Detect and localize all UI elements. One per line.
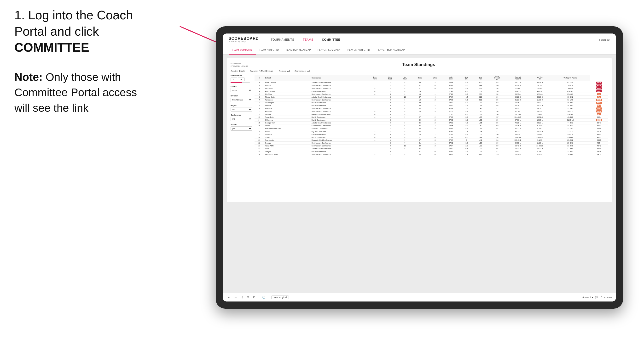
table-cell: -2.9 [460,124,473,127]
table-cell: 276.9 [443,107,460,110]
table-cell: 10-23-0 [529,147,551,150]
sub-nav-player-summary[interactable]: PLAYER SUMMARY [314,46,344,55]
table-cell: 1 [382,139,398,142]
sub-nav-player-h2h-heatmap[interactable]: PLAYER H2H HEATMAP [374,46,408,55]
table-cell: 271 [487,150,507,153]
table-row: 3VanderbiltSoutheastern Conference–28276… [254,87,608,90]
table-cell: 97-01-1 [507,119,529,122]
toolbar-expand[interactable]: ⛶ [600,296,602,299]
table-cell: 1 [382,127,398,130]
table-cell: 49.13 [590,153,608,156]
toolbar-comment[interactable]: 💬 [595,296,598,299]
table-row: 18IllinoisBig Ten Conference–18231279.1-… [254,130,608,133]
toolbar-watch[interactable]: 👁 Watch ▾ [582,296,593,299]
region-label: Region: [279,70,286,72]
nav-item-teams[interactable]: TEAMS [299,33,318,46]
sub-nav-team-h2h-heatmap[interactable]: TEAM H2H HEATMAP [282,46,314,55]
table-cell: 3 [428,110,443,113]
toolbar-back[interactable]: ◁ [239,295,244,300]
table-cell: 266 [487,142,507,145]
table-cell: -3.5 [460,119,473,122]
table-cell: 33-38-4 [551,136,590,139]
table-cell: 96-29-2 [507,96,529,99]
gender-value: Men's [240,70,245,72]
update-time: Update time: 27/03/2024 16:56:26 [230,62,248,67]
table-cell: 90-33-2 [507,147,529,150]
sub-nav-team-h2h-grid[interactable]: TEAM H2H GRID [256,46,282,55]
nav-item-committee[interactable]: COMMITTEE [318,33,345,46]
table-cell: Arizona State [264,90,310,93]
table-cell: – [367,153,382,156]
school-select[interactable]: (All) [230,126,252,131]
table-cell: -1.8 [460,153,473,156]
toolbar-share[interactable]: ↗ Share [604,296,612,299]
table-cell: 275.7 [443,96,460,99]
table-cell: Southeastern Conference [310,124,367,127]
table-cell: 5 [382,107,398,110]
table-cell: 19 [254,133,264,136]
table-row: 26Mississippi StateSoutheastern Conferen… [254,153,608,156]
conference-select[interactable]: (All) [230,117,252,121]
table-cell: 14 [254,119,264,122]
table-cell: 6 [382,110,398,113]
table-cell: 60.94 [590,107,608,110]
table-cell: 8 [428,136,443,139]
toolbar-view-button[interactable]: View: Original [271,296,289,299]
table-cell: 23 [412,130,428,133]
table-cell: 1 [382,116,398,119]
table-cell: Big Ten Conference [310,130,367,133]
table-row: 7TennesseeSoutheastern Conference–461822… [254,99,608,101]
table-cell: -2.8 [460,145,473,147]
table-cell: 275.9 [443,99,460,101]
col-overall-record: OverallRecord [507,75,529,81]
gender-select[interactable]: Men's Women's [230,88,252,92]
toolbar-paste[interactable]: ⊡ [252,295,256,300]
table-cell: 42-16-0 [529,81,551,84]
table-cell: 88-17-0 [507,81,529,84]
table-cell: 83-15-0 [507,113,529,116]
table-cell: – [367,133,382,136]
region-select[interactable]: N/A [230,107,252,112]
table-cell: 1.21 [473,150,487,153]
table-cell: Alabama [264,107,310,110]
table-cell: 10 [398,96,412,99]
table-row: 11ArkansasSoutheastern Conference–682332… [254,110,608,113]
table-cell: 59.94 [590,116,608,119]
table-cell: – [367,130,382,133]
step-number: 1. [14,8,25,22]
table-cell: 21 [412,113,428,116]
table-cell: 6 [428,84,443,87]
toolbar-redo[interactable]: ↪ [233,295,238,300]
conference-value: All [307,70,310,72]
table-cell: 27 [412,116,428,119]
toolbar-undo[interactable]: ↩ [227,295,232,300]
table-cell: 260 [487,84,507,87]
conference-label: Conference: [294,70,306,72]
table-cell: Atlantic Coast Conference [310,113,367,116]
min-rounds-input1[interactable] [230,78,237,81]
min-rounds-input2[interactable] [238,78,245,81]
division-select[interactable]: NCAA Division I NCAA Division II NCAA Di… [230,98,252,102]
toolbar-divider [259,295,259,300]
sign-out-link[interactable]: | Sign out [599,38,610,41]
toolbar-copy[interactable]: ⊞ [246,295,250,300]
sub-nav: TEAM SUMMARY TEAM H2H GRID TEAM H2H HEAT… [223,46,616,55]
sub-nav-player-h2h-grid[interactable]: PLAYER H2H GRID [344,46,374,55]
col-vs-top25: Vs Top25 [529,75,551,81]
table-cell: 277.5 [443,124,460,127]
division-filter-display: Division: NCAA Division I [250,70,274,72]
table-cell: 280.7 [443,153,460,156]
table-cell: 29-25-2 [551,139,590,142]
min-rounds-filter: Minimum Ro... [230,75,252,83]
toolbar-clock[interactable]: 🕐 [262,295,266,300]
col-reg-rank: RegRank [367,75,382,81]
table-cell: 16 [254,124,264,127]
conference-filter: Conference (All) [230,114,252,121]
nav-item-tournaments[interactable]: TOURNAMENTS [266,33,299,46]
table-cell: 217 [487,107,507,110]
table-cell: – [367,142,382,145]
table-row: 9ArizonaPac-12 Conference–38234276.3-4.6… [254,104,608,107]
sub-nav-team-summary[interactable]: TEAM SUMMARY [229,46,256,55]
table-cell: Washington [264,101,310,104]
table-cell: 15-32-0 [529,116,551,119]
